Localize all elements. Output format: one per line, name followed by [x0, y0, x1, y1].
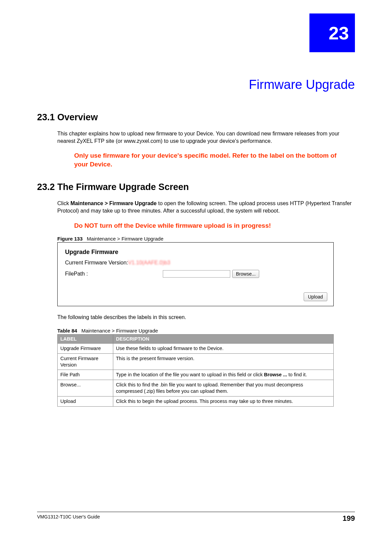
- row-label: File Path: [58, 370, 113, 380]
- upload-button[interactable]: Upload: [304, 292, 327, 301]
- row-label: Upload: [58, 396, 113, 406]
- figure-label: Figure 133: [57, 236, 83, 242]
- chapter-title: Firmware Upgrade: [37, 77, 355, 92]
- row-label: Browse...: [58, 380, 113, 397]
- section-23-1-body: This chapter explains how to upload new …: [57, 130, 355, 145]
- table-caption: Table 84 Maintenance > Firmware Upgrade: [57, 328, 355, 334]
- desc-pre: Type in the location of the file you wan…: [116, 372, 264, 377]
- description-table: LABEL DESCRIPTION Upgrade Firmware Use t…: [57, 334, 334, 407]
- row-desc: Click this to find the .bin file you wan…: [113, 380, 334, 397]
- body-pre: Click: [57, 200, 70, 206]
- figure-screenshot: Upgrade Firmware Current Firmware Versio…: [57, 242, 334, 306]
- page-footer: VMG1312-T10C User's Guide 199: [37, 512, 355, 523]
- filepath-input[interactable]: [163, 270, 230, 278]
- table-header-description: DESCRIPTION: [113, 334, 334, 343]
- panel-title: Upgrade Firmware: [65, 249, 326, 256]
- table-intro: The following table describes the labels…: [57, 314, 355, 321]
- filepath-label: FilePath :: [65, 271, 163, 277]
- section-23-1-warning: Only use firmware for your device's spec…: [74, 151, 341, 168]
- row-desc: Click this to begin the upload process. …: [113, 396, 334, 406]
- section-23-2-body: Click Maintenance > Firmware Upgrade to …: [57, 200, 355, 214]
- table-header-label: LABEL: [58, 334, 113, 343]
- row-desc: Type in the location of the file you wan…: [113, 370, 334, 380]
- row-desc: This is the present firmware version.: [113, 353, 334, 370]
- desc-bold: Browse ...: [264, 372, 287, 377]
- section-23-2-heading: 23.2 The Firmware Upgrade Screen: [37, 182, 355, 192]
- table-row: File Path Type in the location of the fi…: [58, 370, 334, 380]
- table-row: Upgrade Firmware Use these fields to upl…: [58, 343, 334, 353]
- row-label: Upgrade Firmware: [58, 343, 113, 353]
- table-row: Browse... Click this to find the .bin fi…: [58, 380, 334, 397]
- section-23-2-warning: Do NOT turn off the Device while firmwar…: [74, 221, 341, 230]
- table-caption-text: Maintenance > Firmware Upgrade: [81, 328, 158, 334]
- row-label: Current Firmware Version: [58, 353, 113, 370]
- row-desc: Use these fields to upload firmware to t…: [113, 343, 334, 353]
- section-23-1-heading: 23.1 Overview: [37, 112, 355, 123]
- table-label: Table 84: [57, 328, 77, 334]
- current-firmware-value: V1.10(AAFE.0)b3: [128, 260, 170, 266]
- browse-button[interactable]: Browse...: [232, 270, 259, 278]
- table-row: Upload Click this to begin the upload pr…: [58, 396, 334, 406]
- figure-caption: Figure 133 Maintenance > Firmware Upgrad…: [57, 236, 355, 242]
- table-row: Current Firmware Version This is the pre…: [58, 353, 334, 370]
- body-bold: Maintenance > Firmware Upgrade: [70, 200, 157, 206]
- chapter-number-box: CHAPTER 23: [309, 13, 355, 52]
- chapter-number: 23: [329, 24, 349, 42]
- figure-caption-text: Maintenance > Firmware Upgrade: [87, 236, 163, 242]
- footer-page-number: 199: [342, 514, 355, 523]
- desc-post: to find it.: [287, 372, 307, 377]
- footer-guide-name: VMG1312-T10C User's Guide: [37, 514, 100, 523]
- current-firmware-label: Current Firmware Version:: [65, 260, 128, 266]
